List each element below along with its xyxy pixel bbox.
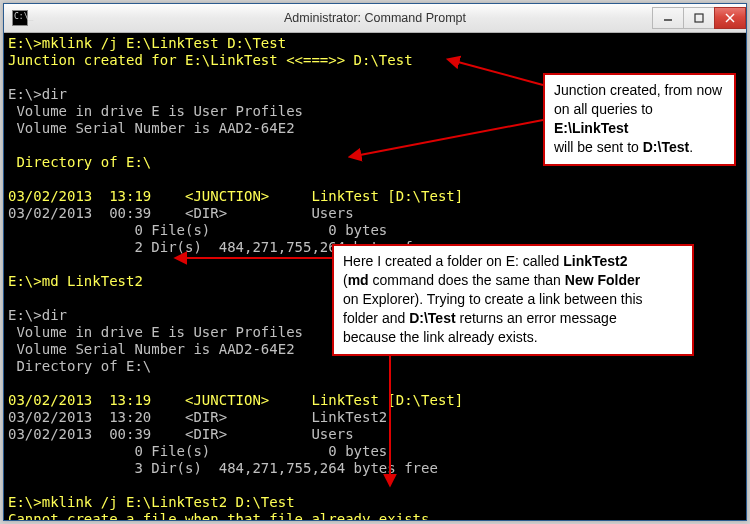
close-button[interactable] bbox=[714, 7, 746, 29]
window-controls bbox=[653, 7, 746, 29]
command-md-linktest2: md LinkTest2 bbox=[42, 273, 143, 289]
command-dir-1: E:\>dir bbox=[8, 86, 67, 102]
output-junction-created: Junction created for E:\LinkTest <<===>>… bbox=[8, 52, 413, 68]
minimize-button[interactable] bbox=[652, 7, 684, 29]
output-serial: Volume Serial Number is AAD2-64E2 bbox=[8, 120, 295, 136]
annotation-callout-2: Here I created a folder on E: called Lin… bbox=[332, 244, 694, 356]
svg-rect-1 bbox=[695, 14, 703, 22]
titlebar[interactable]: Administrator: Command Prompt bbox=[4, 4, 746, 33]
output-directory-header: Directory of E:\ bbox=[8, 154, 151, 170]
command-dir-2: E:\>dir bbox=[8, 307, 67, 323]
dir-file-summary: 0 File(s) 0 bytes bbox=[8, 222, 387, 238]
dir-row-linktest2: 03/02/2013 13:20 <DIR> LinkTest2 bbox=[8, 409, 387, 425]
dir-row-users: 03/02/2013 00:39 <DIR> Users bbox=[8, 426, 354, 442]
dir-row-users: 03/02/2013 00:39 <DIR> Users bbox=[8, 205, 354, 221]
output-volume-label: Volume in drive E is User Profiles bbox=[8, 103, 303, 119]
window-title: Administrator: Command Prompt bbox=[4, 11, 746, 25]
cmd-icon bbox=[12, 10, 28, 26]
annotation-callout-1: Junction created, from now on all querie… bbox=[543, 73, 736, 166]
junction-tag: <JUNCTION> bbox=[185, 392, 269, 408]
command-mklink-1: mklink /j E:\LinkTest D:\Test bbox=[42, 35, 286, 51]
prompt: E:\> bbox=[8, 35, 42, 51]
maximize-button[interactable] bbox=[683, 7, 715, 29]
output-directory-header: Directory of E:\ bbox=[8, 358, 151, 374]
junction-tag: <JUNCTION> bbox=[185, 188, 269, 204]
command-mklink-2: mklink /j E:\LinkTest2 D:\Test bbox=[42, 494, 295, 510]
prompt: E:\> bbox=[8, 273, 42, 289]
prompt: E:\> bbox=[8, 494, 42, 510]
output-error-exists: Cannot create a file when that file alre… bbox=[8, 511, 438, 520]
